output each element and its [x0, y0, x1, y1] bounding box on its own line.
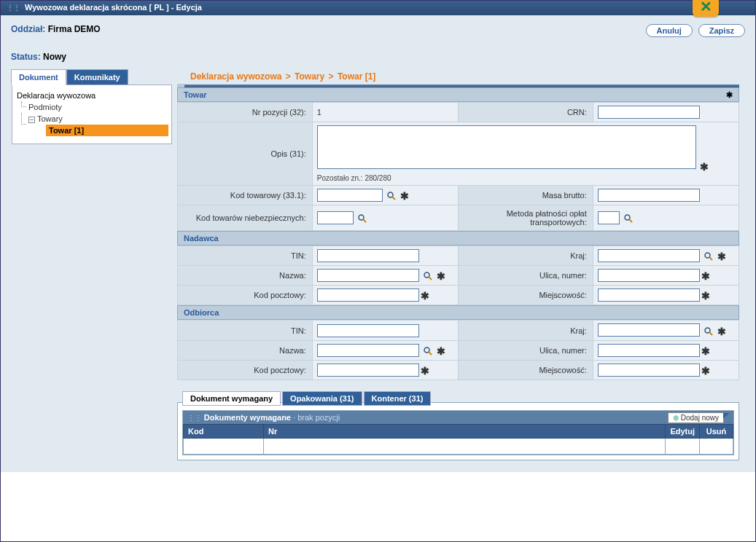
svg-line-1 — [392, 197, 395, 200]
metoda-platnosci-label: Metoda płatności opłat transportowych: — [458, 205, 593, 231]
kod-towarowy-field[interactable] — [317, 189, 383, 202]
save-button[interactable]: Zapisz — [698, 24, 745, 37]
svg-point-6 — [705, 253, 710, 258]
nad-kraj-label: Kraj: — [458, 246, 593, 266]
nad-nazwa-label: Nazwa: — [178, 266, 313, 286]
tree-item-podmioty[interactable]: Podmioty — [27, 101, 168, 113]
branch-value: Firma DEMO — [48, 24, 101, 34]
title-text: Wywozowa deklaracja skrócona [ PL ] - Ed… — [25, 3, 202, 12]
odb-kraj-field[interactable] — [598, 323, 700, 337]
close-icon[interactable]: ✕ — [693, 0, 719, 17]
crn-label: CRN: — [458, 103, 593, 122]
branch-label: Oddział: — [11, 24, 45, 34]
odb-tin-field[interactable] — [317, 324, 419, 337]
svg-point-10 — [705, 328, 710, 333]
opis-label: Opis (31): — [178, 122, 313, 186]
lookup-icon[interactable] — [357, 213, 367, 224]
kod-towarowy-label: Kod towarowy (33.1): — [178, 186, 313, 205]
tab-komunikaty[interactable]: Komunikaty — [66, 69, 128, 85]
form-odbiorca: TIN: Kraj: ✱ Nazwa: — [177, 320, 739, 380]
lookup-icon[interactable] — [704, 251, 714, 262]
svg-line-11 — [709, 332, 712, 335]
svg-point-2 — [359, 215, 364, 220]
odb-nazwa-field[interactable] — [317, 344, 419, 357]
svg-line-9 — [429, 277, 432, 280]
odb-kraj-label: Kraj: — [458, 321, 593, 340]
metoda-platnosci-field[interactable] — [598, 211, 620, 224]
docs-col-usun[interactable]: Usuń — [700, 424, 733, 438]
nad-tin-label: TIN: — [178, 246, 313, 266]
svg-line-13 — [429, 352, 432, 355]
docs-empty-row — [184, 438, 733, 454]
breadcrumb-3[interactable]: Towar [1] — [338, 71, 375, 82]
tree-collapse-icon[interactable]: − — [28, 117, 35, 123]
odb-miejscowosc-field[interactable] — [598, 364, 700, 377]
form-towar: Nr pozycji (32): 1 CRN: Opis (31): ✱ Poz… — [177, 102, 739, 231]
svg-line-7 — [709, 257, 712, 260]
nad-kod-pocztowy-field[interactable] — [317, 288, 419, 302]
section-odbiorca: Odbiorca — [177, 305, 739, 320]
nad-tin-field[interactable] — [317, 249, 419, 262]
lookup-icon[interactable] — [423, 271, 433, 281]
tab-dokument[interactable]: Dokument — [11, 69, 66, 85]
section-nadawca: Nadawca — [177, 231, 739, 246]
nr-pozycji-label: Nr pozycji (32): — [178, 103, 313, 122]
svg-point-0 — [388, 192, 393, 197]
odb-ulica-field[interactable] — [598, 344, 700, 357]
lookup-icon[interactable] — [704, 326, 714, 337]
masa-brutto-field[interactable] — [598, 189, 700, 202]
subtabs-panel: Dokument wymagany Opakowania (31) Konten… — [177, 402, 739, 460]
odb-kod-pocztowy-label: Kod pocztowy: — [178, 360, 313, 380]
svg-point-4 — [625, 215, 630, 220]
breadcrumb-1[interactable]: Deklaracja wywozowa — [190, 71, 281, 82]
chars-remaining: Pozostało zn.: 280/280 — [317, 174, 734, 182]
required-icon: ✱ — [726, 90, 733, 100]
tree-item-towar-1[interactable]: Towar [1] — [46, 125, 168, 136]
nad-kod-pocztowy-label: Kod pocztowy: — [178, 286, 313, 305]
nad-ulica-label: Ulica, numer: — [458, 266, 593, 286]
subtab-opakowania[interactable]: Opakowania (31) — [282, 391, 362, 406]
section-towar: Towar ✱ — [177, 87, 739, 102]
docs-col-edytuj[interactable]: Edytuj — [666, 424, 700, 438]
docs-col-nr[interactable]: Nr — [264, 424, 666, 438]
breadcrumb-2[interactable]: Towary — [295, 71, 324, 82]
docs-col-kod[interactable]: Kod — [184, 424, 264, 438]
kod-niebezp-field[interactable] — [317, 211, 354, 224]
nad-miejscowosc-label: Miejscowość: — [458, 286, 593, 305]
subtab-dokument-wymagany[interactable]: Dokument wymagany — [182, 391, 281, 406]
subtab-kontener[interactable]: Kontener (31) — [364, 391, 432, 406]
tree-root[interactable]: Deklaracja wywozowa — [17, 90, 168, 101]
nad-kraj-field[interactable] — [598, 249, 700, 262]
tree-item-towary[interactable]: −Towary — [27, 113, 168, 125]
svg-point-12 — [424, 347, 429, 353]
add-new-button[interactable]: Dodaj nowy — [668, 412, 724, 423]
svg-line-5 — [629, 219, 632, 222]
svg-point-8 — [424, 272, 429, 278]
title-bar: Wywozowa deklaracja skrócona [ PL ] - Ed… — [1, 1, 755, 15]
svg-line-3 — [363, 219, 366, 222]
status-label: Status: — [11, 52, 41, 62]
odb-miejscowosc-label: Miejscowość: — [458, 360, 593, 380]
crn-field[interactable] — [598, 106, 700, 119]
odb-kod-pocztowy-field[interactable] — [317, 364, 419, 377]
lookup-icon[interactable] — [623, 213, 634, 224]
left-panel: Dokument Komunikaty Deklaracja wywozowa … — [11, 69, 171, 466]
docs-table: Kod Nr Edytuj Usuń — [183, 424, 733, 455]
cancel-button[interactable]: Anuluj — [646, 24, 693, 37]
header-area: Oddział: Firma DEMO Anuluj Zapisz Status… — [1, 15, 755, 472]
required-icon: ✱ — [700, 161, 709, 173]
nad-ulica-field[interactable] — [598, 269, 700, 282]
required-icon: ✱ — [400, 190, 409, 202]
triangle-icon — [723, 413, 729, 419]
odb-ulica-label: Ulica, numer: — [458, 340, 593, 360]
masa-brutto-label: Masa brutto: — [458, 186, 593, 205]
nr-pozycji-value: 1 — [317, 108, 322, 117]
lookup-icon[interactable] — [423, 346, 433, 356]
odb-tin-label: TIN: — [178, 321, 313, 340]
tree-panel: Deklaracja wywozowa Podmioty −Towary Tow… — [12, 85, 172, 144]
opis-field[interactable] — [317, 125, 696, 169]
lookup-icon[interactable] — [386, 191, 397, 201]
nad-miejscowosc-field[interactable] — [598, 288, 700, 302]
nad-nazwa-field[interactable] — [317, 269, 419, 282]
dialog-window: Wywozowa deklaracja skrócona [ PL ] - Ed… — [0, 0, 756, 542]
